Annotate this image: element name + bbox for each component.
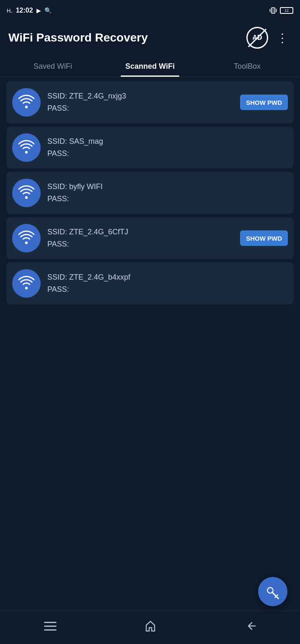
show-pwd-button-3[interactable]: SHOW PWD <box>240 231 288 246</box>
status-left: H.. 12:02 ▶ 🔍 <box>7 7 52 14</box>
wifi-icon-2 <box>12 179 41 207</box>
wifi-card-3: SSID: ZTE_2.4G_6CfTJ PASS: SHOW PWD <box>6 217 294 259</box>
svg-rect-10 <box>44 629 57 631</box>
svg-rect-9 <box>44 626 57 627</box>
tab-toolbox[interactable]: ToolBox <box>199 55 296 77</box>
vibrate-icon <box>269 6 277 15</box>
home-button[interactable] <box>132 616 169 639</box>
svg-rect-8 <box>44 622 57 623</box>
show-pwd-button-0[interactable]: SHOW PWD <box>240 95 288 110</box>
app-bar: WiFi Password Recovery AD ⋮ <box>0 21 300 55</box>
wifi-pass-2: PASS: <box>47 195 288 203</box>
wifi-icon-0 <box>12 88 41 117</box>
wifi-pass-4: PASS: <box>47 285 288 294</box>
svg-line-6 <box>277 595 278 596</box>
fab-key-button[interactable] <box>258 577 287 606</box>
wifi-pass-1: PASS: <box>47 149 288 158</box>
wifi-info-4: SSID: ZTE_2.4G_b4xxpf PASS: <box>47 273 288 294</box>
wifi-ssid-1: SSID: SAS_mag <box>47 137 288 146</box>
status-right: 12 <box>269 6 293 15</box>
more-options-button[interactable]: ⋮ <box>273 29 292 47</box>
time-display: 12:02 <box>16 7 33 14</box>
wifi-card-2: SSID: byfly WIFI PASS: <box>6 172 294 214</box>
wifi-ssid-4: SSID: ZTE_2.4G_b4xxpf <box>47 273 288 282</box>
wifi-card-4: SSID: ZTE_2.4G_b4xxpf PASS: <box>6 262 294 304</box>
wifi-info-2: SSID: byfly WIFI PASS: <box>47 182 288 203</box>
menu-button[interactable] <box>31 617 69 638</box>
youtube-icon: ▶ <box>36 7 41 14</box>
wifi-icon-3 <box>12 224 41 252</box>
signal-indicator: H.. <box>7 8 13 14</box>
wifi-card-0: SSID: ZTE_2.4G_nxjg3 PASS: SHOW PWD <box>6 81 294 123</box>
tab-scanned-wifi[interactable]: Scanned WiFi <box>101 55 199 77</box>
wifi-card-1: SSID: SAS_mag PASS: <box>6 127 294 169</box>
ad-badge[interactable]: AD <box>246 27 268 49</box>
tabs-bar: Saved WiFi Scanned WiFi ToolBox <box>0 55 300 77</box>
app-title: WiFi Password Recovery <box>8 31 246 44</box>
status-bar: H.. 12:02 ▶ 🔍 12 <box>0 0 300 21</box>
tab-saved-wifi[interactable]: Saved WiFi <box>4 55 101 77</box>
svg-line-7 <box>275 596 276 597</box>
search-icon: 🔍 <box>44 7 52 14</box>
wifi-icon-4 <box>12 269 41 298</box>
wifi-ssid-2: SSID: byfly WIFI <box>47 182 288 191</box>
key-icon <box>265 584 280 599</box>
bottom-navigation <box>0 610 300 644</box>
wifi-icon-1 <box>12 133 41 162</box>
svg-rect-1 <box>272 8 274 13</box>
back-button[interactable] <box>232 616 269 639</box>
wifi-list: SSID: ZTE_2.4G_nxjg3 PASS: SHOW PWD SSID… <box>0 77 300 610</box>
battery-indicator: 12 <box>280 7 293 14</box>
wifi-info-1: SSID: SAS_mag PASS: <box>47 137 288 158</box>
